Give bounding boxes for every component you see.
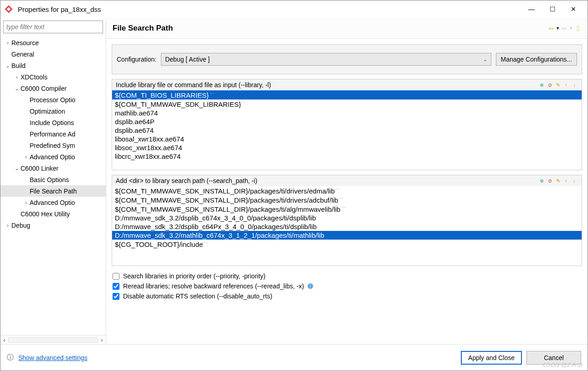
tree-item-label: Include Options <box>30 119 74 126</box>
tree-expander-icon[interactable]: ⌄ <box>13 85 21 92</box>
manage-configurations-button[interactable]: Manage Configurations... <box>496 53 577 66</box>
window-title: Properties for pa_18xx_dss <box>18 5 521 13</box>
titlebar: Properties for pa_18xx_dss — ☐ ✕ <box>0 0 588 18</box>
tree-expander-icon[interactable]: › <box>22 154 30 160</box>
checkbox-row[interactable]: Disable automatic RTS selection (--disab… <box>113 293 581 300</box>
tree-item-label: General <box>11 51 34 58</box>
tree-item[interactable]: ⌄C6000 Linker <box>0 162 106 174</box>
sidebar-scrollbar[interactable]: ‹ › <box>0 335 106 344</box>
sidebar: type filter text ›ResourceGeneral⌄Build›… <box>0 18 106 344</box>
tree-expander-icon[interactable]: › <box>13 74 21 80</box>
help-icon[interactable]: ⓘ <box>7 353 14 362</box>
list-item[interactable]: D:/mmwave_sdk_3.2/dsplib_c64Px_3_4_0_0/p… <box>112 222 582 231</box>
add-icon[interactable]: ⊕ <box>538 177 545 184</box>
configuration-select[interactable]: Debug [ Active ] ⌄ <box>161 53 491 66</box>
list-item[interactable]: dsplib.ae64P <box>112 117 582 126</box>
macro-indicator-icon: ⋯ <box>341 205 346 210</box>
page-header: File Search Path ⇦ ▼ ⇨ ▼ ⋮ <box>106 18 588 39</box>
list-item[interactable]: ${CG_TOOL_ROOT}/include⋯ <box>112 240 582 249</box>
tree-item-label: Debug <box>11 222 30 229</box>
list-item[interactable]: mathlib.ae674 <box>112 109 582 117</box>
show-advanced-link[interactable]: Show advanced settings <box>18 354 88 361</box>
delete-icon[interactable]: ⊘ <box>546 177 553 184</box>
tree-item[interactable]: ⌄C6000 Compiler <box>0 83 106 94</box>
tree-item-label: Performance Ad <box>30 131 75 138</box>
info-icon[interactable]: i <box>308 283 313 289</box>
tree-item[interactable]: ›Advanced Optio <box>0 197 106 208</box>
macro-indicator-icon: ⋯ <box>242 100 247 105</box>
edit-icon[interactable]: ✎ <box>554 177 562 184</box>
tree-item[interactable]: Basic Options <box>0 174 106 185</box>
list-item[interactable]: ${COM_TI_MMWAVE_SDK_INSTALL_DIR}/package… <box>112 195 582 204</box>
cancel-button[interactable]: Cancel <box>526 351 581 365</box>
list-item[interactable]: libosal_xwr18xx.ae674 <box>112 135 582 143</box>
checkbox[interactable] <box>113 283 119 290</box>
list-item[interactable]: libsoc_xwr18xx.ae674 <box>112 143 582 152</box>
scroll-left-icon[interactable]: ‹ <box>3 336 5 344</box>
tree-expander-icon[interactable]: › <box>4 40 11 46</box>
tree-item[interactable]: Processor Optio <box>0 94 106 105</box>
tree-item[interactable]: General <box>0 48 106 60</box>
close-button[interactable]: ✕ <box>563 2 584 16</box>
category-tree: ›ResourceGeneral⌄Build›XDCtools⌄C6000 Co… <box>0 36 106 335</box>
tree-expander-icon[interactable]: › <box>22 199 30 206</box>
nav-back-menu-icon[interactable]: ▼ <box>556 26 560 31</box>
minimize-button[interactable]: — <box>521 2 542 16</box>
list-item[interactable]: ${COM_TI_MMWAVE_SDK_INSTALL_DIR}/package… <box>112 186 582 195</box>
tree-item[interactable]: ›XDCtools <box>0 71 106 83</box>
apply-and-close-button[interactable]: Apply and Close <box>461 351 522 365</box>
tree-item[interactable]: Optimization <box>0 105 106 117</box>
tree-item[interactable]: File Search Path <box>0 185 106 197</box>
tree-item-label: Advanced Optio <box>30 199 75 206</box>
nav-menu-icon[interactable]: ⋮ <box>575 25 581 32</box>
checkbox[interactable] <box>113 273 119 280</box>
tree-item-label: Processor Optio <box>30 96 75 104</box>
move-up-icon[interactable]: ↑ <box>562 177 570 184</box>
tree-item-label: Optimization <box>30 108 65 115</box>
tree-item[interactable]: ›Advanced Optio <box>0 151 106 162</box>
list-item[interactable]: libcrc_xwr18xx.ae674 <box>112 152 582 161</box>
list-item[interactable]: ${COM_TI_MMWAVE_SDK_LIBRARIES}⋯ <box>112 99 582 109</box>
configuration-label: Configuration: <box>117 56 156 63</box>
tree-item[interactable]: Include Options <box>0 117 106 128</box>
configuration-value: Debug [ Active ] <box>165 56 210 63</box>
nav-fwd-menu-icon[interactable]: ▼ <box>569 26 573 31</box>
delete-icon[interactable]: ⊘ <box>546 81 553 89</box>
tree-item[interactable]: ›Debug <box>0 219 106 231</box>
checkbox-label: Search libraries in priority order (--pr… <box>123 272 265 280</box>
tree-item-label: Basic Options <box>30 176 69 183</box>
add-icon[interactable]: ⊕ <box>538 81 545 89</box>
checkbox-row[interactable]: Reread libraries; resolve backward refer… <box>113 282 581 290</box>
library-files-list[interactable]: ${COM_TI_BIOS_LIBRARIES}⋯${COM_TI_MMWAVE… <box>112 90 582 170</box>
checkbox[interactable] <box>113 293 119 300</box>
search-path-list[interactable]: ${COM_TI_MMWAVE_SDK_INSTALL_DIR}/package… <box>112 186 582 266</box>
tree-item-label: C6000 Linker <box>21 165 58 172</box>
scroll-right-icon[interactable]: › <box>101 336 103 344</box>
list-item[interactable]: D:/mmwave_sdk_3.2/dsplib_c674x_3_4_0_0/p… <box>112 214 582 222</box>
nav-fwd-icon[interactable]: ⇨ <box>562 25 567 32</box>
list-item[interactable]: D:/mmwave_sdk_3.2/mathlib_c674x_3_1_2_1/… <box>112 231 582 240</box>
list-item[interactable]: ${COM_TI_BIOS_LIBRARIES}⋯ <box>112 90 582 99</box>
tree-item[interactable]: ⌄Build <box>0 60 106 71</box>
tree-item-label: C6000 Hex Utility <box>21 210 70 218</box>
list-item[interactable]: ${COM_TI_MMWAVE_SDK_INSTALL_DIR}/package… <box>112 204 582 214</box>
tree-item-label: Advanced Optio <box>30 153 75 161</box>
edit-icon[interactable]: ✎ <box>554 81 562 89</box>
tree-item-label: File Search Path <box>30 188 77 195</box>
filter-input[interactable]: type filter text <box>3 21 103 33</box>
move-down-icon[interactable]: ↓ <box>571 81 578 89</box>
nav-back-icon[interactable]: ⇦ <box>548 25 554 32</box>
tree-expander-icon[interactable]: › <box>4 222 11 229</box>
tree-expander-icon[interactable]: ⌄ <box>13 165 21 172</box>
tree-item[interactable]: Predefined Sym <box>0 140 106 151</box>
tree-item[interactable]: C6000 Hex Utility <box>0 208 106 219</box>
tree-expander-icon[interactable]: ⌄ <box>4 63 11 69</box>
list-item[interactable]: dsplib.ae674 <box>112 126 582 135</box>
tree-item[interactable]: ›Resource <box>0 37 106 48</box>
move-up-icon[interactable]: ↑ <box>562 81 570 89</box>
maximize-button[interactable]: ☐ <box>542 2 563 16</box>
tree-item-label: Predefined Sym <box>30 142 75 149</box>
move-down-icon[interactable]: ↓ <box>571 177 578 184</box>
checkbox-row[interactable]: Search libraries in priority order (--pr… <box>113 272 581 280</box>
tree-item[interactable]: Performance Ad <box>0 128 106 140</box>
